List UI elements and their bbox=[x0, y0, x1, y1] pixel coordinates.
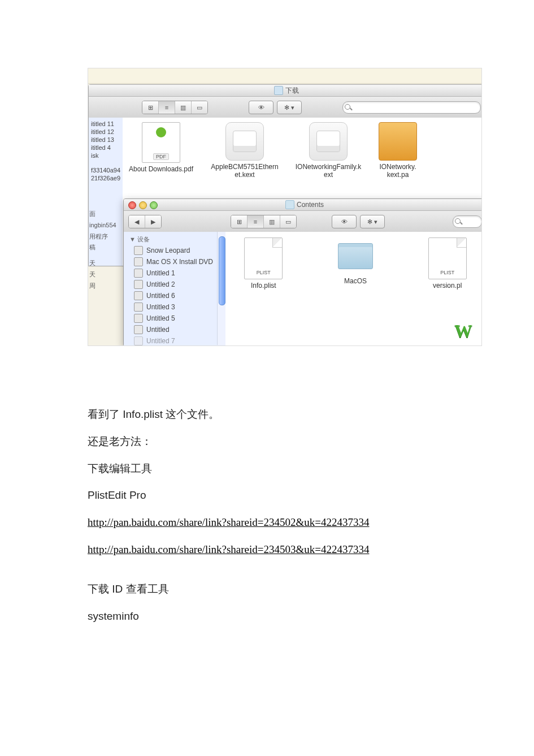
disk-icon bbox=[134, 246, 143, 255]
sidebar-item[interactable]: isk bbox=[89, 152, 123, 159]
file-name: MacOS bbox=[344, 277, 367, 285]
titlebar: Contents bbox=[124, 199, 482, 211]
plist-icon: PLIST bbox=[244, 237, 283, 279]
paragraph: 下载 ID 查看工具 bbox=[88, 577, 446, 601]
sidebar-item[interactable]: Untitled 5 bbox=[124, 313, 225, 324]
file-item[interactable]: MacOS bbox=[327, 237, 385, 340]
view-switcher[interactable]: ⊞ ≡ ▥ ▭ bbox=[142, 101, 208, 114]
sidebar-item[interactable]: Untitled bbox=[124, 324, 225, 335]
file-name: Info.plist bbox=[251, 282, 276, 290]
folder-icon bbox=[274, 86, 283, 95]
view-coverflow-btn[interactable]: ▭ bbox=[192, 101, 207, 114]
download-link-2[interactable]: http://pan.baidu.com/share/link?shareid=… bbox=[88, 543, 369, 555]
pdf-icon: PDF bbox=[142, 122, 180, 163]
sidebar-item[interactable]: Untitled 3 bbox=[124, 301, 225, 313]
sidebar-item[interactable]: Untitled 7 bbox=[124, 335, 225, 346]
file-name: About Downloads.pdf bbox=[129, 165, 193, 173]
file-name: AppleBCM5751Ethernet.kext bbox=[211, 163, 279, 179]
paragraph: 还是老方法： bbox=[88, 430, 446, 453]
view-coverflow-btn[interactable]: ▭ bbox=[280, 215, 296, 228]
search-field[interactable] bbox=[342, 101, 481, 114]
sidebar-item[interactable]: Untitled 6 bbox=[124, 290, 225, 301]
view-column-btn[interactable]: ▥ bbox=[264, 215, 280, 228]
kext-icon bbox=[309, 122, 348, 161]
view-icon-btn[interactable]: ⊞ bbox=[142, 101, 159, 114]
finder-window-contents: Contents ◀ ▶ ⊞ ≡ ▥ ▭ 👁 ✻ ▾ bbox=[123, 198, 482, 346]
disk-icon bbox=[134, 303, 143, 312]
archive-icon bbox=[379, 122, 417, 161]
action-gear-btn[interactable]: ✻ ▾ bbox=[360, 215, 385, 228]
file-name: IONetworkingFamily.kext bbox=[294, 163, 362, 179]
sidebar: ▼ 设备 Snow Leopard Mac OS X Install DVD U… bbox=[124, 232, 226, 346]
quicklook-btn[interactable]: 👁 bbox=[249, 101, 273, 114]
window-title: 下载 bbox=[285, 86, 299, 96]
file-name: version.pl bbox=[433, 282, 462, 290]
sidebar-scrollbar[interactable] bbox=[217, 232, 225, 345]
finder-screenshot: 下载 ⊞ ≡ ▥ ▭ 👁 ✻ ▾ bbox=[88, 68, 482, 346]
window-controls[interactable] bbox=[128, 201, 158, 209]
sidebar-item[interactable]: Untitled 1 bbox=[124, 267, 225, 279]
forward-btn[interactable]: ▶ bbox=[145, 215, 161, 228]
titlebar: 下载 bbox=[89, 85, 482, 97]
disk-icon bbox=[134, 280, 143, 289]
minimize-icon[interactable] bbox=[139, 201, 147, 209]
search-input[interactable] bbox=[342, 101, 481, 114]
sidebar-section-devices[interactable]: ▼ 设备 bbox=[124, 232, 225, 245]
sidebar-item[interactable]: Untitled 2 bbox=[124, 279, 225, 290]
disk-icon bbox=[134, 291, 143, 300]
sidebar-item[interactable]: Mac OS X Install DVD bbox=[124, 256, 225, 267]
action-gear-btn[interactable]: ✻ ▾ bbox=[277, 101, 302, 114]
plist-icon: PLIST bbox=[428, 237, 467, 279]
sidebar-item[interactable]: ititled 13 bbox=[89, 136, 123, 144]
view-column-btn[interactable]: ▥ bbox=[175, 101, 192, 114]
toolbar: ⊞ ≡ ▥ ▭ 👁 ✻ ▾ bbox=[89, 97, 482, 119]
sidebar-item[interactable]: ititled 12 bbox=[89, 128, 123, 136]
folder-icon bbox=[285, 200, 294, 209]
search-field[interactable] bbox=[453, 215, 482, 228]
view-list-btn[interactable]: ≡ bbox=[248, 215, 264, 228]
view-icon-btn[interactable]: ⊞ bbox=[231, 215, 248, 228]
sidebar-item[interactable]: f33140a94 bbox=[89, 166, 123, 174]
zoom-icon[interactable] bbox=[150, 201, 158, 209]
kext-icon bbox=[225, 122, 264, 161]
article-body: 看到了 Info.plist 这个文件。 还是老方法： 下载编辑工具 Plist… bbox=[88, 403, 446, 628]
paragraph: 下载编辑工具 bbox=[88, 457, 446, 481]
scrollbar-thumb[interactable] bbox=[219, 236, 225, 305]
quicklook-btn[interactable]: 👁 bbox=[332, 215, 357, 228]
disk-icon bbox=[134, 314, 143, 323]
file-grid: PLIST Info.plist MacOS PLIST version.pl bbox=[225, 232, 482, 346]
disk-icon bbox=[134, 325, 143, 334]
paragraph: PlistEdit Pro bbox=[88, 483, 446, 507]
paragraph: 看到了 Info.plist 这个文件。 bbox=[88, 403, 446, 426]
toolbar: ◀ ▶ ⊞ ≡ ▥ ▭ 👁 ✻ ▾ bbox=[124, 211, 482, 233]
view-switcher[interactable]: ⊞ ≡ ▥ ▭ bbox=[231, 215, 297, 228]
folder-icon bbox=[337, 237, 374, 275]
disk-icon bbox=[134, 336, 143, 345]
nav-buttons[interactable]: ◀ ▶ bbox=[128, 215, 162, 228]
download-link-1[interactable]: http://pan.baidu.com/share/link?shareid=… bbox=[88, 516, 369, 528]
sidebar-item[interactable]: ititled 11 bbox=[89, 120, 123, 128]
watermark-partial: W bbox=[454, 321, 481, 343]
file-name: IONetworky.kext.pa bbox=[378, 163, 418, 179]
truncated-text-strip: 面 ingbin554 用程序 稿 天 天 周 bbox=[88, 209, 124, 292]
close-icon[interactable] bbox=[128, 201, 136, 209]
safari-stub-bar bbox=[88, 68, 481, 84]
file-item[interactable]: PLIST Info.plist bbox=[235, 237, 293, 340]
paragraph: systeminfo bbox=[88, 604, 446, 628]
back-btn[interactable]: ◀ bbox=[129, 215, 145, 228]
sidebar-item[interactable]: ititled 4 bbox=[89, 144, 123, 152]
view-list-btn[interactable]: ≡ bbox=[159, 101, 175, 114]
disk-icon bbox=[134, 257, 143, 266]
window-title: Contents bbox=[297, 201, 324, 209]
sidebar-item[interactable]: 21f326ae9 bbox=[89, 174, 123, 182]
sidebar-item[interactable]: Snow Leopard bbox=[124, 245, 225, 256]
disk-icon bbox=[134, 269, 143, 278]
